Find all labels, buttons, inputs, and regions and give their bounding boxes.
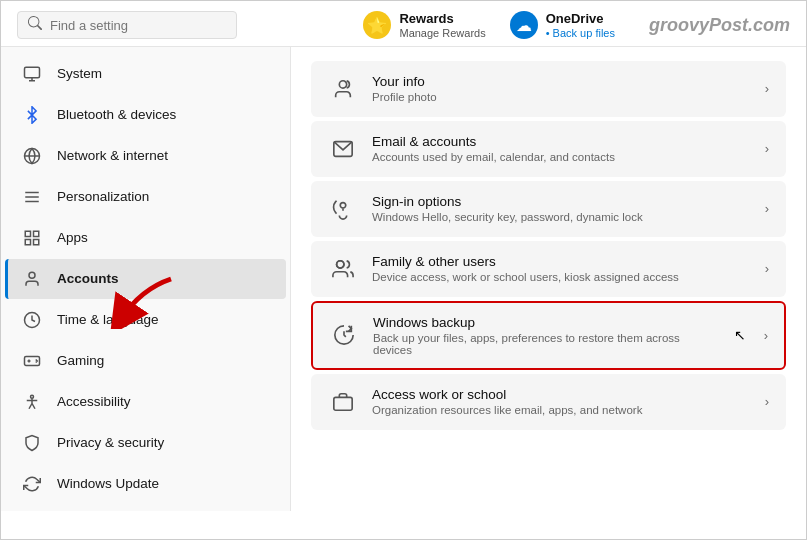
sidebar-item-system[interactable]: System — [5, 54, 286, 94]
gaming-icon — [21, 350, 43, 372]
svg-rect-9 — [25, 239, 30, 244]
work-school-text: Access work or schoolOrganization resour… — [372, 387, 751, 416]
settings-item-your-info[interactable]: Your infoProfile photo› — [311, 61, 786, 117]
sidebar-item-label-network: Network & internet — [57, 148, 270, 163]
personalization-icon — [21, 186, 43, 208]
sidebar-item-privacy[interactable]: Privacy & security — [5, 423, 286, 463]
svg-rect-21 — [334, 397, 352, 410]
onedrive-sub: • Back up files — [546, 27, 615, 40]
email-accounts-chevron: › — [765, 141, 769, 156]
svg-rect-8 — [34, 231, 39, 236]
time-icon — [21, 309, 43, 331]
svg-point-18 — [340, 202, 346, 208]
windows-backup-sub: Back up your files, apps, preferences to… — [373, 332, 720, 356]
windows-backup-text: Windows backupBack up your files, apps, … — [373, 315, 720, 356]
sign-in-title: Sign-in options — [372, 194, 751, 209]
sidebar-item-bluetooth[interactable]: Bluetooth & devices — [5, 95, 286, 135]
email-accounts-text: Email & accountsAccounts used by email, … — [372, 134, 751, 163]
sidebar-item-accessibility[interactable]: Accessibility — [5, 382, 286, 422]
rewards-sub: Manage Rewards — [399, 27, 485, 40]
svg-rect-7 — [25, 231, 30, 236]
family-icon — [328, 254, 358, 284]
cursor-icon: ↖ — [734, 327, 746, 343]
sidebar-item-label-gaming: Gaming — [57, 353, 270, 368]
windows-backup-icon — [329, 320, 359, 350]
sidebar-item-personalization[interactable]: Personalization — [5, 177, 286, 217]
svg-point-11 — [29, 272, 35, 278]
privacy-icon — [21, 432, 43, 454]
sign-in-text: Sign-in optionsWindows Hello, security k… — [372, 194, 751, 223]
search-icon — [28, 16, 42, 34]
rewards-text: Rewards Manage Rewards — [399, 11, 485, 40]
sidebar-item-label-accessibility: Accessibility — [57, 394, 270, 409]
windows-backup-chevron: › — [764, 328, 768, 343]
rewards-item[interactable]: ⭐ Rewards Manage Rewards — [363, 11, 485, 40]
sidebar-item-update[interactable]: Windows Update — [5, 464, 286, 504]
sidebar-item-apps[interactable]: Apps — [5, 218, 286, 258]
svg-point-20 — [337, 261, 344, 268]
top-bar: ⭐ Rewards Manage Rewards ☁ OneDrive • Ba… — [1, 1, 806, 47]
work-school-icon — [328, 387, 358, 417]
onedrive-icon: ☁ — [510, 11, 538, 39]
onedrive-text: OneDrive • Back up files — [546, 11, 615, 40]
sidebar-wrapper: SystemBluetooth & devicesNetwork & inter… — [1, 47, 291, 539]
your-info-sub: Profile photo — [372, 91, 751, 103]
sidebar-item-label-time: Time & language — [57, 312, 270, 327]
svg-point-14 — [31, 395, 34, 398]
sidebar-item-gaming[interactable]: Gaming — [5, 341, 286, 381]
sidebar-item-time[interactable]: Time & language — [5, 300, 286, 340]
settings-window: ⭐ Rewards Manage Rewards ☁ OneDrive • Ba… — [0, 0, 807, 540]
network-icon — [21, 145, 43, 167]
update-icon — [21, 473, 43, 495]
family-text: Family & other usersDevice access, work … — [372, 254, 751, 283]
svg-rect-0 — [25, 67, 40, 78]
onedrive-title: OneDrive — [546, 11, 615, 27]
sidebar-item-label-bluetooth: Bluetooth & devices — [57, 107, 270, 122]
your-info-chevron: › — [765, 81, 769, 96]
sidebar-item-label-privacy: Privacy & security — [57, 435, 270, 450]
apps-icon — [21, 227, 43, 249]
settings-item-windows-backup[interactable]: Windows backupBack up your files, apps, … — [311, 301, 786, 370]
work-school-title: Access work or school — [372, 387, 751, 402]
settings-item-work-school[interactable]: Access work or schoolOrganization resour… — [311, 374, 786, 430]
family-chevron: › — [765, 261, 769, 276]
search-box[interactable] — [17, 11, 237, 39]
sidebar-item-accounts[interactable]: Accounts — [5, 259, 286, 299]
settings-item-family[interactable]: Family & other usersDevice access, work … — [311, 241, 786, 297]
your-info-text: Your infoProfile photo — [372, 74, 751, 103]
onedrive-item[interactable]: ☁ OneDrive • Back up files — [510, 11, 615, 40]
accessibility-icon — [21, 391, 43, 413]
settings-item-sign-in[interactable]: Sign-in optionsWindows Hello, security k… — [311, 181, 786, 237]
sidebar-item-label-update: Windows Update — [57, 476, 270, 491]
accounts-icon — [21, 268, 43, 290]
work-school-sub: Organization resources like email, apps,… — [372, 404, 751, 416]
main-content: SystemBluetooth & devicesNetwork & inter… — [1, 47, 806, 539]
rewards-icon: ⭐ — [363, 11, 391, 39]
your-info-title: Your info — [372, 74, 751, 89]
svg-point-16 — [339, 81, 346, 88]
settings-list: Your infoProfile photo›Email & accountsA… — [311, 61, 786, 430]
bluetooth-icon — [21, 104, 43, 126]
email-accounts-icon — [328, 134, 358, 164]
sidebar-item-label-personalization: Personalization — [57, 189, 270, 204]
work-school-chevron: › — [765, 394, 769, 409]
watermark: groovyPost.com — [649, 15, 790, 36]
rewards-onedrive: ⭐ Rewards Manage Rewards ☁ OneDrive • Ba… — [363, 11, 790, 40]
family-title: Family & other users — [372, 254, 751, 269]
svg-rect-10 — [34, 239, 39, 244]
email-accounts-title: Email & accounts — [372, 134, 751, 149]
system-icon — [21, 63, 43, 85]
sign-in-sub: Windows Hello, security key, password, d… — [372, 211, 751, 223]
sidebar-item-network[interactable]: Network & internet — [5, 136, 286, 176]
email-accounts-sub: Accounts used by email, calendar, and co… — [372, 151, 751, 163]
family-sub: Device access, work or school users, kio… — [372, 271, 751, 283]
sidebar-item-label-accounts: Accounts — [57, 271, 270, 286]
content-panel: Your infoProfile photo›Email & accountsA… — [291, 47, 806, 539]
sidebar-item-label-system: System — [57, 66, 270, 81]
your-info-icon — [328, 74, 358, 104]
sidebar: SystemBluetooth & devicesNetwork & inter… — [1, 47, 291, 511]
search-input[interactable] — [50, 18, 210, 33]
settings-item-email-accounts[interactable]: Email & accountsAccounts used by email, … — [311, 121, 786, 177]
sidebar-item-label-apps: Apps — [57, 230, 270, 245]
rewards-title: Rewards — [399, 11, 485, 27]
